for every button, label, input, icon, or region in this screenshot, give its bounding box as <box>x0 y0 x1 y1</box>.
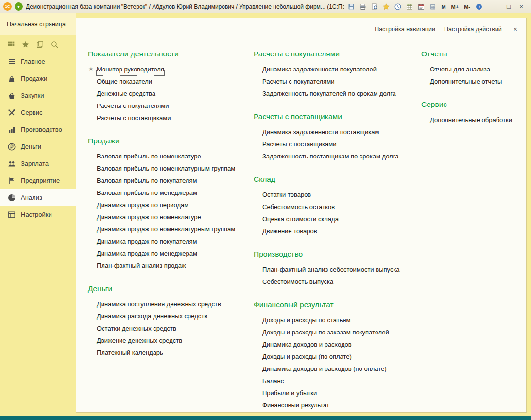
history-icon[interactable] <box>36 40 44 49</box>
sidebar-item-main[interactable]: Главное <box>0 53 76 70</box>
nav-link[interactable]: Общие показатели <box>97 75 152 88</box>
nav-link[interactable]: Динамика расхода денежных средств <box>97 310 207 322</box>
section-links: Динамика задолженности покупателейРасчет… <box>254 63 421 100</box>
sidebar-item-label: Закупки <box>21 92 44 99</box>
nav-link[interactable]: Динамика продаж по покупателям <box>97 235 197 247</box>
sidebar-item-salary[interactable]: Зарплата <box>0 155 76 172</box>
sidebar-item-money[interactable]: Деньги <box>0 138 76 155</box>
memory-plus-button[interactable]: M+ <box>450 2 460 11</box>
section-title: Склад <box>254 174 421 185</box>
client-area: Начальная страница ГлавноеПродажиЗакупки… <box>0 13 531 416</box>
section: СкладОстатки товаровСебестоимость остатк… <box>254 174 421 237</box>
sidebar-item-label: Главное <box>21 58 45 65</box>
nav-link[interactable]: Динамика задолженности поставщикам <box>262 126 379 138</box>
sidebar: Начальная страница ГлавноеПродажиЗакупки… <box>0 13 76 416</box>
nav-link[interactable]: Задолженность покупателей по срокам долг… <box>262 88 396 100</box>
show-table-icon[interactable] <box>405 2 413 11</box>
print-preview-icon[interactable] <box>370 2 378 11</box>
main-menu-button[interactable]: ▾ <box>15 2 23 11</box>
nav-link[interactable]: Денежные средства <box>97 88 155 100</box>
nav-link[interactable]: Динамика доходов и расходов <box>262 338 352 350</box>
calendar-icon[interactable] <box>417 2 425 11</box>
nav-link[interactable]: Себестоимость выпуска <box>262 276 333 288</box>
money-icon <box>7 142 16 151</box>
nav-link[interactable]: Остатки товаров <box>262 189 311 201</box>
section-links: Доходы и расходы по статьямДоходы и расх… <box>254 314 421 411</box>
nav-link[interactable]: Динамика поступления денежных средств <box>97 298 221 310</box>
close-start-page-icon[interactable]: × <box>514 25 517 33</box>
sections-panel-icon[interactable] <box>7 40 15 49</box>
search-icon[interactable] <box>51 40 59 49</box>
nav-link[interactable]: Дополнительные обработки <box>430 114 512 126</box>
analysis-icon <box>7 193 16 202</box>
section: Показатели деятельностиМонитор руководит… <box>88 49 254 124</box>
nav-link[interactable]: Динамика задолженности покупателей <box>262 63 377 75</box>
nav-link[interactable]: Оценка стоимости склада <box>262 213 339 225</box>
nav-link[interactable]: Платежный календарь <box>97 347 163 359</box>
start-page: Настройка навигации Настройка действий ×… <box>76 18 527 413</box>
nav-link[interactable]: Отчеты для анализа <box>430 63 490 75</box>
nav-link[interactable]: Доходы и расходы по заказам покупателей <box>262 326 389 338</box>
favorites-icon[interactable] <box>382 2 390 11</box>
nav-link[interactable]: Движение денежных средств <box>97 334 182 347</box>
sidebar-item-sales[interactable]: Продажи <box>0 70 76 87</box>
minimize-button[interactable]: – <box>490 2 502 12</box>
section-title: Производство <box>254 249 421 260</box>
favorites-icon[interactable] <box>21 40 30 49</box>
nav-link[interactable]: Баланс <box>262 375 284 387</box>
nav-link[interactable]: Остатки денежных средств <box>97 322 176 334</box>
nav-link[interactable]: Расчеты с покупателями <box>262 75 334 88</box>
close-button[interactable]: × <box>515 2 528 12</box>
memory-button[interactable]: M <box>440 2 446 11</box>
nav-link[interactable]: Дополнительные отчеты <box>430 75 502 88</box>
nav-link[interactable]: Монитор руководителя★ <box>97 63 164 75</box>
maximize-button[interactable]: □ <box>502 2 515 12</box>
nav-link[interactable]: Финансовый результат <box>262 399 329 411</box>
calculator-icon[interactable] <box>428 2 437 11</box>
nav-link[interactable]: Валовая прибыль по номенклатуре <box>97 150 201 162</box>
sidebar-item-enterprise[interactable]: Предприятие <box>0 172 76 189</box>
nav-link[interactable]: Себестоимость остатков <box>262 201 335 213</box>
nav-link[interactable]: Доходы и расходы по статьям <box>262 314 350 326</box>
section-links: Дополнительные обработки <box>421 114 517 126</box>
nav-link[interactable]: Динамика продаж по периодам <box>97 199 188 211</box>
memory-minus-button[interactable]: M- <box>463 2 471 11</box>
sidebar-item-production[interactable]: Производство <box>0 121 76 138</box>
nav-link[interactable]: Валовая прибыль по покупателям <box>97 175 197 187</box>
nav-link[interactable]: Динамика продаж по номенклатуре <box>97 211 201 223</box>
nav-settings-link[interactable]: Настройка навигации <box>375 26 435 33</box>
sidebar-item-analysis[interactable]: Анализ <box>0 189 76 206</box>
favorite-star-icon[interactable]: ★ <box>88 63 94 75</box>
section: Расчеты с поставщикамиДинамика задолженн… <box>254 111 421 162</box>
nav-link[interactable]: Динамика продаж по менеджерам <box>97 247 197 260</box>
nav-link[interactable]: Валовая прибыль по номенклатурным группа… <box>97 162 235 175</box>
svg-text:i: i <box>478 4 480 9</box>
info-icon[interactable]: i <box>475 2 483 11</box>
nav-link[interactable]: Динамика доходов и расходов (по оплате) <box>262 363 387 375</box>
history-icon[interactable] <box>394 2 402 11</box>
section-links: Валовая прибыль по номенклатуреВаловая п… <box>88 150 254 272</box>
window-title: Демонстрационная база компании "Ветерок"… <box>26 3 344 10</box>
section-links: Динамика задолженности поставщикамРасчет… <box>254 126 421 162</box>
nav-link[interactable]: Расчеты с поставщиками <box>262 138 337 150</box>
nav-link[interactable]: Движение товаров <box>262 225 317 237</box>
sidebar-item-service[interactable]: Сервис <box>0 104 76 121</box>
nav-link[interactable]: План-фактный анализ продаж <box>97 260 186 272</box>
titlebar-toolbar: MM+M-i <box>347 2 483 11</box>
actions-settings-link[interactable]: Настройка действий <box>444 26 502 33</box>
section-title: Расчеты с поставщиками <box>254 111 421 122</box>
nav-link[interactable]: Динамика продаж по номенклатурным группа… <box>97 223 235 235</box>
nav-link[interactable]: Расчеты с поставщиками <box>97 112 171 124</box>
nav-link[interactable]: Доходы и расходы (по оплате) <box>262 350 352 363</box>
save-icon[interactable] <box>347 2 355 11</box>
tab-start-page[interactable]: Начальная страница <box>0 13 76 35</box>
nav-link[interactable]: План-фактный анализ себестоимости выпуск… <box>262 263 400 276</box>
nav-link[interactable]: Расчеты с покупателями <box>97 100 169 112</box>
nav-link[interactable]: Валовая прибыль по менеджерам <box>97 187 197 199</box>
nav-link[interactable]: Прибыли и убытки <box>262 387 317 399</box>
nav-link[interactable]: Задолженность поставщикам по срокам долг… <box>262 150 398 162</box>
print-icon[interactable] <box>359 2 367 11</box>
section-title: Продажи <box>88 136 254 146</box>
sidebar-item-purchases[interactable]: Закупки <box>0 87 76 104</box>
sidebar-item-settings[interactable]: Настройки <box>0 206 76 223</box>
